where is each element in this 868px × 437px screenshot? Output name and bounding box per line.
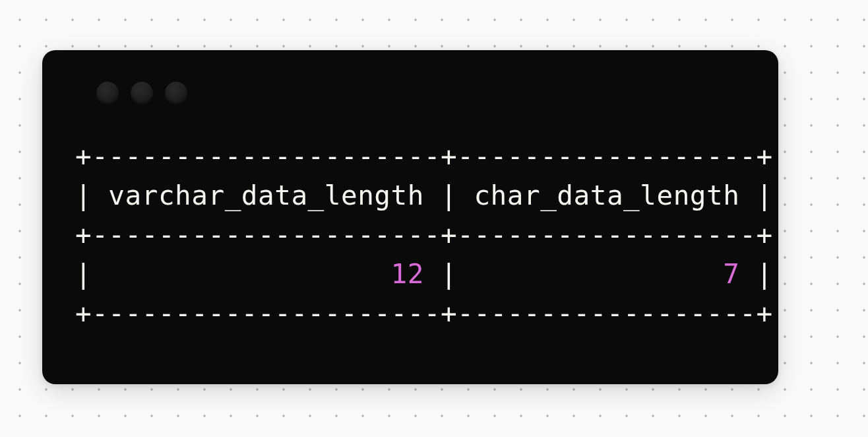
table-border-top: +---------------------+-----------------… xyxy=(75,141,773,172)
table-header-row: | varchar_data_length | char_data_length… xyxy=(75,180,773,211)
char-data-length-value: 7 xyxy=(723,258,739,290)
maximize-icon[interactable] xyxy=(165,82,187,104)
table-border-mid: +---------------------+-----------------… xyxy=(75,219,773,251)
terminal-output: +---------------------+-----------------… xyxy=(75,137,745,333)
table-data-row: | 12 | 7 | xyxy=(75,258,773,290)
varchar-data-length-value: 12 xyxy=(391,258,424,290)
table-border-bot: +---------------------+-----------------… xyxy=(75,298,773,329)
traffic-lights xyxy=(96,82,745,104)
terminal-window: +---------------------+-----------------… xyxy=(42,50,778,384)
minimize-icon[interactable] xyxy=(131,82,153,104)
close-icon[interactable] xyxy=(96,82,119,104)
